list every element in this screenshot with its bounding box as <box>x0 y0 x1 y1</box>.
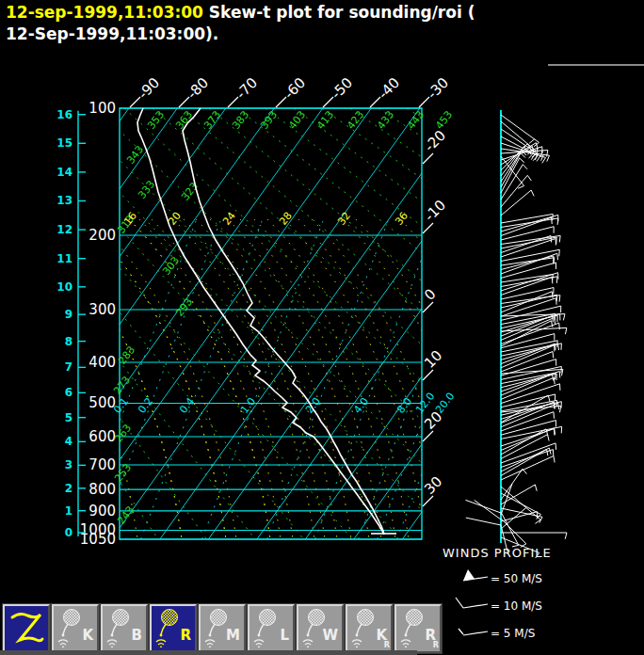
svg-text:413: 413 <box>314 108 336 132</box>
svg-text:36: 36 <box>393 210 411 228</box>
svg-text:0.4: 0.4 <box>177 395 197 416</box>
legend-label: = 50 M/S <box>491 572 542 585</box>
svg-text:-20: -20 <box>421 127 449 155</box>
svg-text:13: 13 <box>56 194 72 207</box>
svg-text:433: 433 <box>375 108 396 132</box>
svg-text:423: 423 <box>345 108 366 132</box>
svg-text:1.0: 1.0 <box>238 395 258 416</box>
svg-text:28: 28 <box>277 210 295 228</box>
button-label: M <box>226 627 240 644</box>
svg-text:303: 303 <box>160 254 182 278</box>
svg-text:700: 700 <box>89 456 116 473</box>
svg-text:15: 15 <box>56 136 72 150</box>
toolbar-button-r[interactable]: R <box>150 604 197 653</box>
svg-text:4.0: 4.0 <box>351 395 371 416</box>
radiosonde-balloon-icon <box>398 608 427 647</box>
toolbar-button-b[interactable]: B <box>101 604 148 653</box>
radiosonde-balloon-icon <box>153 608 182 647</box>
toolbar-button-m[interactable]: M <box>199 604 246 653</box>
button-label: K <box>82 627 93 644</box>
svg-text:900: 900 <box>89 503 116 519</box>
isotherm-labels: -90-80-70-60-50-40-30-20-100102030 <box>130 74 452 506</box>
svg-text:12: 12 <box>56 223 72 236</box>
button-label: W <box>322 627 338 644</box>
svg-text:7: 7 <box>65 360 72 374</box>
button-sub-label: R <box>433 641 439 649</box>
legend-label: = 5 M/S <box>491 627 535 640</box>
svg-text:1: 1 <box>65 504 72 518</box>
z-logo-icon <box>7 608 46 649</box>
radiosonde-balloon-icon <box>251 608 280 647</box>
svg-text:5: 5 <box>65 411 72 424</box>
button-label: R <box>180 627 191 644</box>
dewpoint-trace <box>137 108 383 534</box>
svg-text:6: 6 <box>65 386 72 399</box>
svg-text:-10: -10 <box>421 197 449 225</box>
svg-text:0: 0 <box>65 526 72 539</box>
svg-text:200: 200 <box>89 227 116 244</box>
skewt-plot-canvas: 1002003004005006007008009001000105001234… <box>0 0 644 655</box>
legend-label: = 10 M/S <box>491 599 542 613</box>
svg-text:243: 243 <box>115 503 137 527</box>
svg-text:800: 800 <box>89 481 116 498</box>
toolbar: K B R <box>3 604 443 653</box>
dry-adiabats <box>0 108 644 539</box>
toolbar-button-k[interactable]: K <box>52 604 99 653</box>
wind-profile: WINDS PROFILE= 50 M/S= 10 M/S= 5 M/S <box>443 110 567 640</box>
svg-text:393: 393 <box>258 108 280 132</box>
field-labels: 3533633733833934034134234334434533433333… <box>111 108 457 527</box>
svg-text:443: 443 <box>405 108 427 132</box>
radiosonde-balloon-icon <box>56 608 84 647</box>
svg-text:8.0: 8.0 <box>394 395 414 416</box>
winds-profile-label: WINDS PROFILE <box>443 546 552 560</box>
height-axis: 012345678910111213141516 <box>56 108 86 539</box>
toolbar-button-k-r[interactable]: KR <box>346 604 393 653</box>
svg-text:343: 343 <box>124 143 146 167</box>
toolbar-bottom-strip <box>0 650 417 655</box>
svg-text:16: 16 <box>56 108 72 121</box>
svg-text:0.2: 0.2 <box>136 395 155 416</box>
svg-text:100: 100 <box>89 100 116 117</box>
toolbar-button-z-logo[interactable] <box>3 604 50 653</box>
pressure-axis-labels: 10020030040050060070080090010001050 <box>80 100 116 548</box>
svg-text:8: 8 <box>65 335 72 348</box>
radiosonde-balloon-icon <box>349 608 378 647</box>
radiosonde-balloon-icon <box>105 608 133 647</box>
svg-text:11: 11 <box>56 252 72 265</box>
toolbar-button-l[interactable]: L <box>248 604 295 653</box>
svg-text:2: 2 <box>65 482 72 495</box>
svg-text:4: 4 <box>65 435 72 448</box>
svg-text:293: 293 <box>173 296 195 319</box>
svg-text:9: 9 <box>65 308 72 321</box>
svg-text:3: 3 <box>65 458 72 471</box>
button-sub-label: R <box>384 641 390 649</box>
svg-text:14: 14 <box>56 166 72 179</box>
svg-text:353: 353 <box>145 108 167 132</box>
app-window: 12-sep-1999,11:03:00 Skew-t plot for sou… <box>0 0 644 655</box>
svg-text:30: 30 <box>421 473 445 498</box>
toolbar-button-r-r[interactable]: RR <box>394 604 442 653</box>
button-label: B <box>132 627 142 644</box>
toolbar-button-w[interactable]: W <box>297 604 344 653</box>
button-label: L <box>280 627 289 644</box>
svg-text:403: 403 <box>286 108 308 132</box>
svg-text:24: 24 <box>220 210 238 228</box>
svg-text:10: 10 <box>421 347 445 372</box>
svg-text:20.0: 20.0 <box>433 391 457 416</box>
moist-adiabats <box>0 219 541 539</box>
svg-text:0: 0 <box>421 285 439 303</box>
svg-text:10: 10 <box>56 280 72 294</box>
svg-text:400: 400 <box>89 354 116 371</box>
isotherms <box>0 108 644 539</box>
svg-text:333: 333 <box>136 178 157 201</box>
svg-text:300: 300 <box>89 301 116 318</box>
